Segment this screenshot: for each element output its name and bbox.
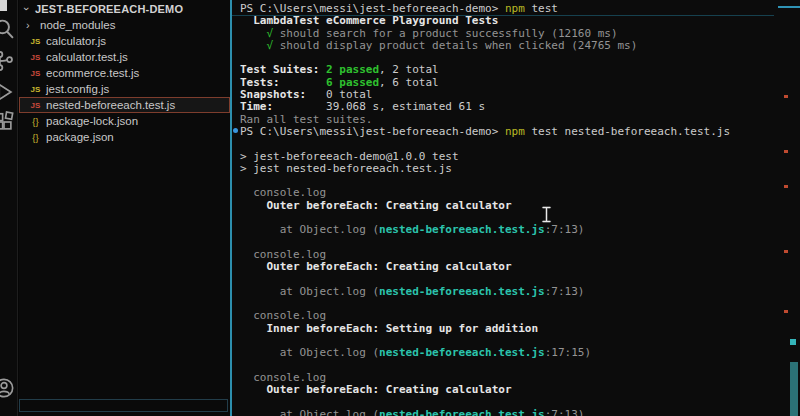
extensions-icon[interactable] [0, 111, 15, 133]
js-file-icon: JS [29, 85, 42, 94]
terminal-line: Snapshots: 0 total [232, 88, 800, 100]
terminal-line: at Object.log (nested-beforeeach.test.js… [232, 223, 800, 235]
explorer-item-node_modules[interactable]: ›node_modules [19, 17, 230, 33]
run-debug-icon[interactable] [0, 81, 15, 103]
chevron-right-icon: › [26, 19, 36, 31]
root-folder-label: JEST-BEFOREEACH-DEMO [35, 3, 183, 15]
explorer-horizontal-scrollbar[interactable] [19, 399, 228, 412]
terminal-line [232, 236, 800, 248]
terminal-line: at Object.log (nested-beforeeach.test.js… [232, 408, 800, 416]
terminal-panel[interactable]: PS C:\Users\messi\jest-beforeeach-demo> … [230, 0, 800, 416]
terminal-line: > jest nested-beforeeach.test.js [232, 162, 800, 174]
terminal-line: Ran all test suites. [232, 113, 800, 125]
terminal-line [232, 396, 800, 408]
terminal-line [232, 211, 800, 223]
terminal-line: Outer beforeEach: Creating calculator [232, 260, 800, 272]
file-label: ecommerce.test.js [46, 67, 139, 79]
terminal-line [232, 297, 800, 309]
file-label: package.json [46, 131, 114, 143]
explorer-item-nested-beforeeach.test.js[interactable]: JSnested-beforeeach.test.js [19, 97, 230, 113]
overview-ruler-mark [784, 310, 788, 313]
overview-ruler-mark [784, 185, 788, 188]
explorer-item-calculator.test.js[interactable]: JScalculator.test.js [19, 49, 230, 65]
terminal-line: PS C:\Users\messi\jest-beforeeach-demo> … [232, 125, 800, 137]
terminal-line: Test Suites: 2 passed, 2 total [232, 63, 800, 75]
terminal-line [232, 273, 800, 285]
chevron-down-icon: › [21, 4, 33, 14]
terminal-line: Outer beforeEach: Creating calculator [232, 383, 800, 395]
js-file-icon: JS [29, 37, 42, 46]
terminal-line [232, 334, 800, 346]
js-file-icon: JS [29, 53, 42, 62]
command-decoration-dot[interactable] [233, 128, 238, 133]
json-file-icon: {} [29, 132, 42, 143]
terminal-line [232, 174, 800, 186]
terminal-line: at Object.log (nested-beforeeach.test.js… [232, 285, 800, 297]
terminal-line: console.log [232, 309, 800, 321]
js-file-icon: JS [29, 101, 42, 110]
file-label: node_modules [40, 19, 115, 31]
active-view-highlight [0, 0, 7, 11]
terminal-line: √ should display product details when cl… [232, 39, 800, 51]
terminal-scrollbar-thumb[interactable] [790, 362, 798, 416]
terminal-lines: PS C:\Users\messi\jest-beforeeach-demo> … [232, 0, 800, 416]
overview-ruler-mark [784, 150, 788, 153]
terminal-line: at Object.log (nested-beforeeach.test.js… [232, 346, 800, 358]
js-file-icon: JS [29, 69, 42, 78]
terminal-line: console.log [232, 186, 800, 198]
activity-bar [0, 0, 18, 416]
terminal-line: console.log [232, 248, 800, 260]
file-label: calculator.test.js [46, 51, 128, 63]
explorer-list: ›node_modulesJScalculator.jsJScalculator… [19, 17, 230, 145]
terminal-line: PS C:\Users\messi\jest-beforeeach-demo> … [232, 2, 800, 14]
terminal-line [232, 137, 800, 149]
file-label: jest.config.js [46, 83, 109, 95]
terminal-line: Time: 39.068 s, estimated 61 s [232, 100, 800, 112]
json-file-icon: {} [29, 116, 42, 127]
terminal-line: √ should search for a product successful… [232, 27, 800, 39]
source-control-icon[interactable] [0, 50, 15, 72]
terminal-line: console.log [232, 371, 800, 383]
explorer-item-jest.config.js[interactable]: JSjest.config.js [19, 81, 230, 97]
explorer-root-folder[interactable]: › JEST-BEFOREEACH-DEMO [19, 0, 230, 17]
overview-ruler-mark [784, 250, 788, 253]
vscode-window: › JEST-BEFOREEACH-DEMO ›node_modulesJSca… [0, 0, 800, 416]
terminal-scrollbar-mark [790, 339, 796, 345]
explorer-sidebar: › JEST-BEFOREEACH-DEMO ›node_modulesJSca… [19, 0, 230, 416]
mouse-cursor-ibeam-icon [541, 206, 552, 223]
explorer-item-package.json[interactable]: {}package.json [19, 129, 230, 145]
file-label: nested-beforeeach.test.js [46, 99, 175, 111]
terminal-line: Outer beforeEach: Creating calculator [232, 199, 800, 211]
terminal-line [232, 359, 800, 371]
overview-ruler-mark [784, 95, 788, 98]
explorer-item-ecommerce.test.js[interactable]: JSecommerce.test.js [19, 65, 230, 81]
terminal-line: Inner beforeEach: Setting up for additio… [232, 322, 800, 334]
terminal-line: > jest-beforeeach-demo@1.0.0 test [232, 150, 800, 162]
file-label: calculator.js [46, 35, 106, 47]
search-icon[interactable] [0, 18, 15, 40]
account-icon[interactable] [0, 377, 15, 399]
terminal-overview-command-mark [778, 6, 800, 8]
terminal-line [232, 51, 800, 63]
terminal-line: LambdaTest eCommerce Playground Tests [232, 14, 800, 26]
file-label: package-lock.json [46, 115, 138, 127]
explorer-item-calculator.js[interactable]: JScalculator.js [19, 33, 230, 49]
explorer-item-package-lock.json[interactable]: {}package-lock.json [19, 113, 230, 129]
terminal-line: Tests: 6 passed, 6 total [232, 76, 800, 88]
